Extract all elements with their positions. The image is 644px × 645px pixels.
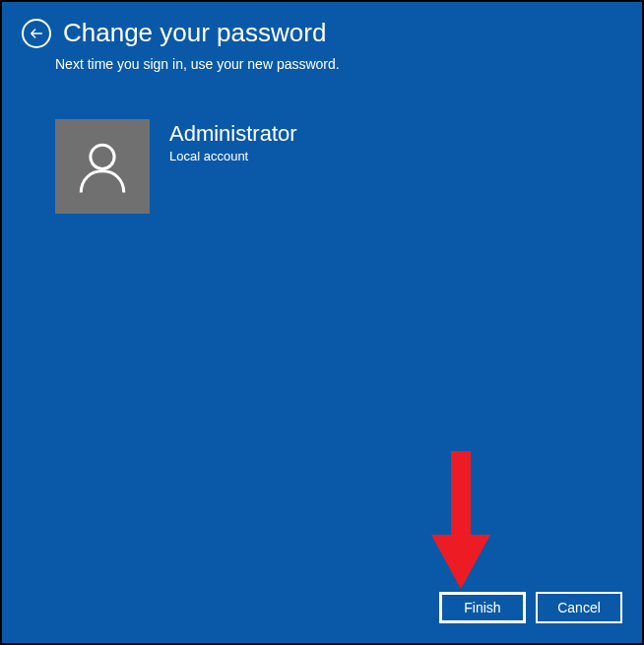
annotation-arrow-icon bbox=[431, 451, 490, 589]
account-type-label: Local account bbox=[169, 149, 297, 163]
svg-marker-2 bbox=[431, 535, 490, 589]
svg-point-0 bbox=[91, 145, 114, 168]
user-icon bbox=[74, 138, 131, 195]
user-avatar bbox=[55, 119, 150, 214]
page-subtitle: Next time you sign in, use your new pass… bbox=[2, 56, 642, 72]
back-button[interactable] bbox=[22, 19, 51, 48]
user-info: Administrator Local account bbox=[169, 119, 297, 163]
back-arrow-icon bbox=[29, 26, 44, 41]
button-row: Finish Cancel bbox=[439, 592, 622, 623]
finish-button[interactable]: Finish bbox=[439, 592, 526, 623]
header: Change your password bbox=[2, 2, 642, 56]
username-label: Administrator bbox=[169, 121, 297, 147]
cancel-button[interactable]: Cancel bbox=[536, 592, 622, 623]
page-title: Change your password bbox=[63, 18, 326, 48]
svg-rect-1 bbox=[451, 451, 471, 540]
change-password-window: Change your password Next time you sign … bbox=[2, 2, 642, 643]
content-area: Administrator Local account bbox=[2, 72, 642, 261]
